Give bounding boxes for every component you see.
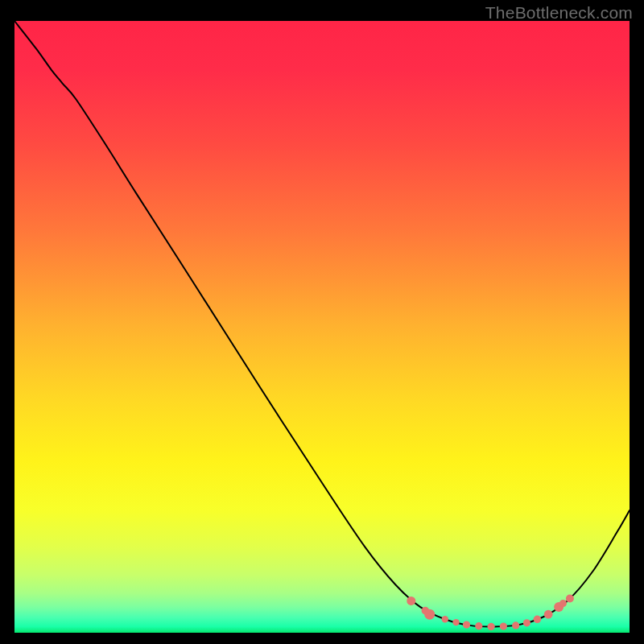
- highlight-dot: [500, 622, 507, 630]
- highlight-dot: [534, 615, 542, 623]
- chart-svg: [14, 21, 630, 633]
- highlight-dot: [452, 619, 459, 625]
- highlight-dot: [488, 623, 495, 630]
- highlight-dot: [523, 619, 530, 626]
- highlight-dot: [463, 621, 470, 629]
- plot-area: [14, 21, 630, 633]
- highlight-dot: [559, 600, 567, 607]
- chart-frame: TheBottleneck.com: [0, 0, 644, 644]
- highlight-dot: [544, 610, 553, 619]
- highlight-dot: [512, 621, 519, 629]
- highlight-dot: [424, 609, 435, 620]
- highlight-dot: [407, 597, 415, 605]
- watermark-text: TheBottleneck.com: [485, 3, 633, 23]
- highlight-dot: [475, 622, 482, 630]
- highlight-dot: [442, 616, 448, 622]
- gradient-background: [14, 21, 630, 633]
- highlight-dot: [566, 594, 574, 602]
